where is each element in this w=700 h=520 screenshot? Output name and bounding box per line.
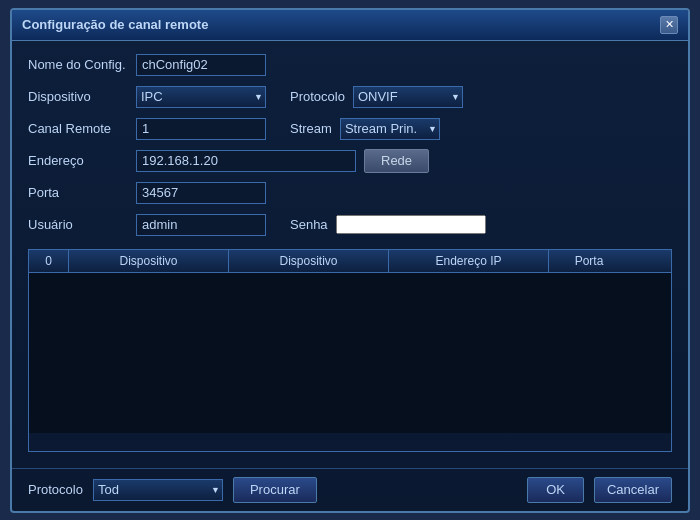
col-port: Porta: [549, 250, 629, 272]
port-row: Porta: [28, 181, 672, 205]
protocolo-select[interactable]: ONVIF: [353, 86, 463, 108]
user-input[interactable]: [136, 214, 266, 236]
device-label: Dispositivo: [28, 89, 128, 104]
table-header: 0 Dispositivo Dispositivo Endereço IP Po…: [29, 250, 671, 273]
stream-select[interactable]: Stream Prin.: [340, 118, 440, 140]
tod-select[interactable]: Tod: [93, 479, 223, 501]
config-name-input[interactable]: [136, 54, 266, 76]
table-body: [29, 273, 671, 433]
cancelar-button[interactable]: Cancelar: [594, 477, 672, 503]
config-name-row: Nome do Config.: [28, 53, 672, 77]
port-input[interactable]: [136, 182, 266, 204]
main-dialog: Configuração de canal remote ✕ Nome do C…: [10, 8, 690, 513]
canal-input[interactable]: [136, 118, 266, 140]
password-input[interactable]: [336, 215, 486, 234]
close-button[interactable]: ✕: [660, 16, 678, 34]
protocolo-label: Protocolo: [290, 89, 345, 104]
tod-select-wrapper: Tod: [93, 479, 223, 501]
col-index: 0: [29, 250, 69, 272]
form-content: Nome do Config. Dispositivo IPC Protocol…: [12, 41, 688, 468]
title-bar: Configuração de canal remote ✕: [12, 10, 688, 41]
col-device2: Dispositivo: [229, 250, 389, 272]
dialog-title: Configuração de canal remote: [22, 17, 208, 32]
device-select-wrapper: IPC: [136, 86, 266, 108]
port-label: Porta: [28, 185, 128, 200]
device-select[interactable]: IPC: [136, 86, 266, 108]
password-label: Senha: [290, 217, 328, 232]
procurar-button[interactable]: Procurar: [233, 477, 317, 503]
bottom-bar: Protocolo Tod Procurar OK Cancelar: [12, 468, 688, 511]
user-password-row: Usuário Senha: [28, 213, 672, 237]
rede-button[interactable]: Rede: [364, 149, 429, 173]
canal-label: Canal Remote: [28, 121, 128, 136]
device-protocol-row: Dispositivo IPC Protocolo ONVIF: [28, 85, 672, 109]
ok-button[interactable]: OK: [527, 477, 584, 503]
address-row: Endereço Rede: [28, 149, 672, 173]
canal-stream-row: Canal Remote Stream Stream Prin.: [28, 117, 672, 141]
address-label: Endereço: [28, 153, 128, 168]
device-table: 0 Dispositivo Dispositivo Endereço IP Po…: [28, 249, 672, 452]
bottom-protocolo-label: Protocolo: [28, 482, 83, 497]
stream-label: Stream: [290, 121, 332, 136]
user-label: Usuário: [28, 217, 128, 232]
col-device1: Dispositivo: [69, 250, 229, 272]
address-input[interactable]: [136, 150, 356, 172]
config-name-label: Nome do Config.: [28, 57, 128, 72]
protocolo-select-wrapper: ONVIF: [353, 86, 463, 108]
col-ip: Endereço IP: [389, 250, 549, 272]
stream-select-wrapper: Stream Prin.: [340, 118, 440, 140]
